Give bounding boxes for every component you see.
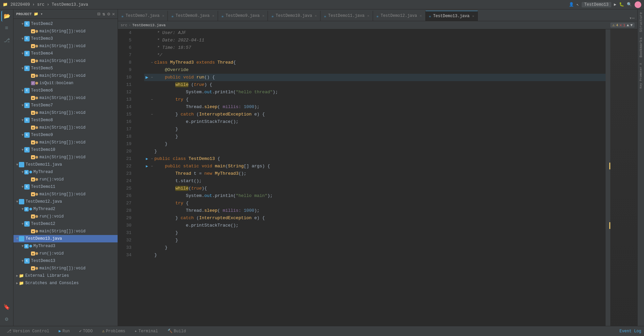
- run-line-btn[interactable]: ▶: [146, 155, 148, 163]
- tab-tab-7[interactable]: ☕TestDemo7.java✕: [118, 11, 168, 21]
- tab-close-btn[interactable]: ✕: [472, 14, 474, 18]
- sidebar-item-testdemo8-main[interactable]: mmain(String[]):void: [13, 124, 118, 131]
- sidebar-item-testdemo7[interactable]: ▼CTestDemo7: [13, 102, 118, 109]
- debug-icon[interactable]: 🐛: [619, 2, 624, 7]
- tab-version-control[interactable]: ⎇ Version Control: [3, 327, 53, 335]
- sidebar-item-testdemo11-java[interactable]: ▼TestDemo11.java: [13, 161, 118, 168]
- sidebar-item-testdemo5[interactable]: ▼CTestDemo5: [13, 65, 118, 72]
- sidebar-item-testdemo2-main[interactable]: mmain(String[]):void: [13, 28, 118, 35]
- tab-close-btn[interactable]: ✕: [262, 14, 264, 18]
- bookmarks-panel-label[interactable]: Bookmarks: [638, 35, 644, 60]
- sidebar-item-testdemo7-main[interactable]: mmain(String[]):void: [13, 109, 118, 116]
- event-log[interactable]: Event Log: [619, 329, 641, 334]
- line-number-8: 8: [118, 59, 131, 66]
- terminal-tab-icon: ▸: [135, 329, 137, 334]
- code-line-6: * Time: 18:57: [144, 44, 606, 52]
- code-text-14: Thread.sleep( millis: 1000);: [154, 103, 259, 111]
- gear-icon[interactable]: ⚙: [107, 11, 110, 17]
- structure-icon[interactable]: ≡: [1, 23, 12, 34]
- close-sidebar-icon[interactable]: ✕: [112, 11, 115, 17]
- sidebar-item-testdemo12-java[interactable]: ▼TestDemo12.java: [13, 198, 118, 205]
- scrollbar[interactable]: [606, 29, 610, 326]
- user-avatar[interactable]: [635, 1, 641, 8]
- bookmarks-activity-icon[interactable]: 🔖: [1, 302, 12, 312]
- tab-tab-13[interactable]: ☕TestDemo13.java✕: [426, 11, 478, 21]
- chevron-down-icon[interactable]: ▾: [629, 15, 632, 21]
- tab-run[interactable]: ▶ Run: [55, 327, 74, 335]
- sidebar-item-testdemo13-java[interactable]: ▼TestDemo13.java: [13, 235, 118, 242]
- fold-icon[interactable]: –: [151, 59, 153, 66]
- sort-icon[interactable]: ⇅: [102, 11, 105, 17]
- sidebar-item-testdemo6-main[interactable]: mmain(String[]):void: [13, 94, 118, 102]
- label-mythread2: MyThread2: [33, 207, 55, 211]
- sidebar-item-testdemo3-main[interactable]: mmain(String[]):void: [13, 42, 118, 50]
- collapse-all-icon[interactable]: ⊟: [97, 11, 100, 17]
- tab-terminal[interactable]: ▸ Terminal: [131, 327, 162, 335]
- label-testdemo12-java: TestDemo12.java: [26, 199, 62, 204]
- settings-icon[interactable]: ⚙: [1, 314, 12, 325]
- sidebar-item-testdemo13-main[interactable]: mmain(String[]):void: [13, 265, 118, 272]
- sidebar-item-testdemo13[interactable]: ▼CTestDemo13: [13, 257, 118, 265]
- sidebar-item-testdemo11-main[interactable]: mmain(String[]):void: [13, 191, 118, 198]
- tab-tab-9[interactable]: ☕TestDemo9.java✕: [218, 11, 268, 21]
- sidebar-item-testdemo12-main[interactable]: mmain(String[]):void: [13, 228, 118, 235]
- sidebar-item-testdemo8[interactable]: ▼CTestDemo8: [13, 116, 118, 124]
- keypromoter-panel-label[interactable]: Key Promoter X: [639, 60, 643, 91]
- structure-panel-label[interactable]: Structure: [638, 9, 644, 35]
- nav-up-icon[interactable]: ▲: [627, 23, 629, 27]
- fold-icon[interactable]: –: [151, 96, 153, 103]
- tab-close-btn[interactable]: ✕: [420, 14, 422, 18]
- tab-close-btn[interactable]: ✕: [367, 14, 369, 18]
- sidebar-item-mythread3[interactable]: ▼CMyThread3: [13, 242, 118, 250]
- code-content[interactable]: * User: AJF * Date: 2022-04-11 * Time: 1…: [142, 29, 606, 326]
- sidebar-item-testdemo11[interactable]: ▼CTestDemo11: [13, 183, 118, 191]
- sidebar-item-mythread[interactable]: ▼CMyThread: [13, 168, 118, 176]
- sidebar-item-scratches[interactable]: ▶📁Scratches and Consoles: [13, 279, 118, 287]
- tab-overflow[interactable]: ▾ ⋯: [626, 15, 637, 21]
- more-tabs-icon[interactable]: ⋯: [632, 15, 635, 21]
- tab-close-btn[interactable]: ✕: [162, 14, 164, 18]
- run-line-btn[interactable]: ▶: [146, 163, 148, 170]
- vcs-icon[interactable]: ↖: [577, 2, 579, 7]
- account-icon[interactable]: 👤: [569, 2, 574, 7]
- search-icon[interactable]: 🔍: [627, 2, 632, 7]
- fold-icon[interactable]: –: [151, 155, 153, 163]
- tab-close-btn[interactable]: ✕: [212, 14, 214, 18]
- tab-todo[interactable]: ✔ TODO: [75, 327, 97, 335]
- tab-tab-11[interactable]: ☕TestDemo11.java✕: [320, 11, 373, 21]
- sidebar-item-testdemo9-main[interactable]: mmain(String[]):void: [13, 139, 118, 146]
- tab-problems[interactable]: ⚠ Problems: [98, 327, 129, 335]
- git-activity-icon[interactable]: ⎇: [1, 35, 12, 46]
- sidebar-item-testdemo2[interactable]: ▼CTestDemo2: [13, 20, 118, 28]
- sidebar-item-mythread-run[interactable]: mrun():void: [13, 176, 118, 183]
- sidebar-item-mythread2[interactable]: ▼CMyThread2: [13, 205, 118, 213]
- fold-icon[interactable]: –: [151, 111, 153, 118]
- tab-build[interactable]: 🔨 Build: [163, 327, 190, 335]
- sidebar-item-testdemo6[interactable]: ▼CTestDemo6: [13, 87, 118, 94]
- sidebar-item-testdemo12[interactable]: ▼CTestDemo12: [13, 220, 118, 228]
- sidebar-item-external-libs[interactable]: ▶📁External Libraries: [13, 272, 118, 279]
- sidebar-item-mythread3-run[interactable]: mrun():void: [13, 250, 118, 257]
- sidebar-item-testdemo10[interactable]: ▼CTestDemo10: [13, 146, 118, 154]
- sidebar-item-testdemo10-main[interactable]: mmain(String[]):void: [13, 154, 118, 161]
- sidebar-item-testdemo5-main[interactable]: mmain(String[]):void: [13, 72, 118, 79]
- tab-tab-8[interactable]: ☕TestDemo8.java✕: [168, 11, 218, 21]
- tab-tab-12[interactable]: ☕TestDemo12.java✕: [373, 11, 426, 21]
- activity-bar: 📂 ≡ ⎇ 🔖 ⚙: [0, 9, 13, 326]
- sidebar-item-testdemo3[interactable]: ▼CTestDemo3: [13, 35, 118, 42]
- sidebar-item-testdemo5-isquit[interactable]: fisQuit:boolean: [13, 79, 118, 87]
- fold-icon[interactable]: –: [151, 74, 153, 81]
- nav-down-icon[interactable]: ▼: [630, 23, 633, 27]
- project-view-icon[interactable]: 📂: [1, 11, 12, 22]
- run-config-icon[interactable]: ▶: [614, 2, 616, 7]
- fold-icon[interactable]: –: [151, 163, 153, 170]
- code-line-30: e.printStackTrace();: [144, 222, 606, 229]
- sidebar-item-mythread2-run[interactable]: mrun():void: [13, 213, 118, 220]
- sidebar-item-testdemo4-main[interactable]: mmain(String[]):void: [13, 57, 118, 65]
- tab-close-btn[interactable]: ✕: [315, 14, 317, 18]
- sidebar-item-testdemo4[interactable]: ▼CTestDemo4: [13, 50, 118, 57]
- tab-tab-10[interactable]: ☕TestDemo10.java✕: [268, 11, 320, 21]
- sidebar-dropdown-icon[interactable]: ▾: [40, 12, 43, 16]
- sidebar-item-testdemo9[interactable]: ▼CTestDemo9: [13, 131, 118, 139]
- label-testdemo4: TestDemo4: [31, 51, 53, 56]
